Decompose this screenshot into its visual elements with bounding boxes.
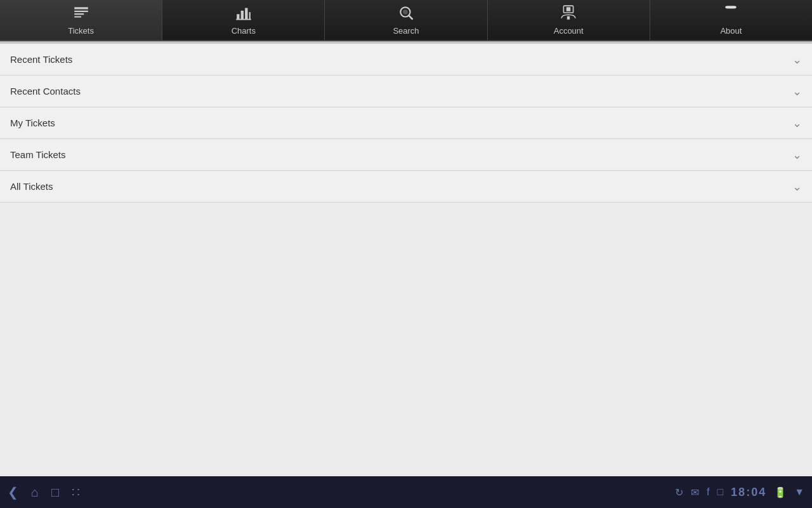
chevron-down-icon-4: ⌄ [792, 180, 802, 194]
time-display: 18:04 [731, 486, 766, 499]
list-item-all-tickets[interactable]: All Tickets ⌄ [0, 171, 812, 203]
chevron-down-icon-3: ⌄ [792, 148, 802, 162]
nav-about[interactable]: About [650, 0, 812, 40]
svg-rect-7 [249, 12, 250, 20]
about-label: About [720, 26, 742, 36]
list-item-my-tickets[interactable]: My Tickets ⌄ [0, 107, 812, 139]
svg-rect-0 [74, 7, 88, 9]
chevron-down-icon-2: ⌄ [792, 116, 802, 130]
recent-contacts-label: Recent Contacts [10, 86, 81, 97]
all-tickets-label: All Tickets [10, 181, 53, 192]
about-icon [723, 4, 739, 23]
nav-account[interactable]: Account [488, 0, 650, 40]
home-button[interactable]: ⌂ [31, 485, 39, 500]
tickets-label: Tickets [68, 26, 94, 36]
chevron-down-icon-0: ⌄ [792, 53, 802, 67]
charts-label: Charts [232, 26, 256, 36]
filter-icon: ▼ [794, 486, 804, 498]
mail-icon: ✉ [691, 486, 699, 498]
chevron-down-icon-1: ⌄ [792, 84, 802, 98]
top-navigation: Tickets Charts Search [0, 0, 812, 41]
nav-tickets[interactable]: Tickets [0, 0, 162, 40]
back-button[interactable]: ❮ [8, 485, 18, 500]
svg-rect-8 [236, 19, 251, 20]
svg-rect-4 [237, 14, 239, 20]
svg-rect-5 [240, 11, 243, 20]
shield-icon: □ [717, 486, 723, 498]
bottom-nav: ❮ ⌂ □ ∷ [8, 485, 80, 500]
nav-search[interactable]: Search [325, 0, 487, 40]
svg-rect-3 [74, 16, 81, 17]
svg-point-11 [403, 10, 408, 15]
list-item-team-tickets[interactable]: Team Tickets ⌄ [0, 139, 812, 171]
search-label: Search [393, 26, 419, 36]
list-item-recent-contacts[interactable]: Recent Contacts ⌄ [0, 76, 812, 107]
my-tickets-label: My Tickets [10, 117, 55, 128]
svg-rect-13 [566, 7, 571, 11]
sync-icon: ↻ [675, 486, 683, 498]
team-tickets-label: Team Tickets [10, 149, 66, 160]
battery-icon: 🔋 [774, 486, 787, 498]
main-content: Recent Tickets ⌄ Recent Contacts ⌄ My Ti… [0, 44, 812, 476]
svg-rect-14 [567, 16, 570, 19]
list-item-recent-tickets[interactable]: Recent Tickets ⌄ [0, 44, 812, 76]
recent-tickets-label: Recent Tickets [10, 54, 72, 65]
recents-button[interactable]: □ [51, 485, 59, 500]
tickets-icon [73, 4, 89, 23]
svg-rect-6 [245, 8, 247, 19]
svg-line-10 [409, 15, 412, 18]
svg-rect-1 [74, 11, 88, 12]
account-label: Account [554, 26, 584, 36]
facebook-icon: f [707, 486, 709, 498]
grid-button[interactable]: ∷ [72, 485, 80, 500]
svg-rect-2 [74, 13, 84, 15]
charts-icon [235, 4, 252, 23]
nav-charts[interactable]: Charts [162, 0, 325, 40]
bottom-statusbar: ❮ ⌂ □ ∷ ↻ ✉ f □ 18:04 🔋 ▼ [0, 476, 812, 508]
search-icon [398, 4, 414, 23]
account-icon [560, 4, 577, 23]
status-icons-group: ↻ ✉ f □ 18:04 🔋 ▼ [675, 486, 804, 499]
svg-rect-15 [726, 6, 737, 8]
